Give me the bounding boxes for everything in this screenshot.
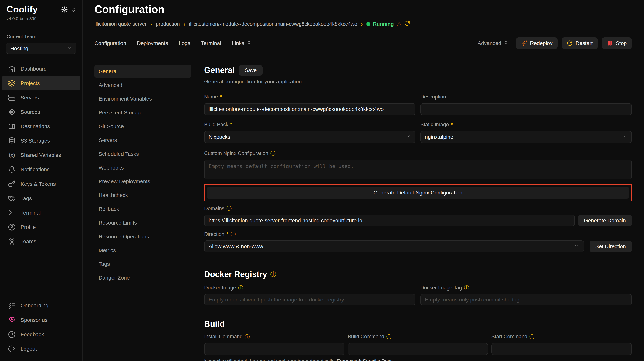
breadcrumb-application[interactable]: illicitestonion/-module--decomposition:m…: [189, 21, 357, 27]
subnav-item-resource-limits[interactable]: Resource Limits: [94, 216, 191, 229]
subnav-item-webhooks[interactable]: Webhooks: [94, 161, 191, 174]
tab-deployments[interactable]: Deployments: [137, 40, 168, 46]
layers-icon: [8, 80, 16, 87]
restart-icon: [566, 40, 573, 46]
subnav-item-preview-deployments[interactable]: Preview Deployments: [94, 175, 191, 188]
save-button[interactable]: Save: [239, 65, 262, 76]
redeploy-label: Redeploy: [530, 40, 552, 46]
subnav-item-environment-variables[interactable]: Environment Variables: [94, 92, 191, 105]
sidebar-item-label: S3 Storages: [20, 138, 50, 144]
generate-nginx-config-button[interactable]: Generate Default Nginx Configuration: [207, 187, 629, 199]
build-pack-select[interactable]: Nixpacks: [204, 131, 416, 143]
info-icon: ⓘ: [245, 334, 250, 339]
start-command-input[interactable]: [492, 343, 632, 355]
domains-label: Domainsⓘ: [204, 205, 632, 211]
config-subnav: General Advanced Environment Variables P…: [94, 65, 191, 361]
info-icon: ⓘ: [226, 206, 232, 211]
sidebar-item-sponsor-us[interactable]: Sponsor us: [2, 313, 81, 327]
breadcrumb-environment[interactable]: production: [156, 21, 180, 27]
required-asterisk: *: [226, 231, 228, 237]
breadcrumb-project[interactable]: illicitonion quote server: [94, 21, 146, 27]
sidebar-item-servers[interactable]: Servers: [2, 90, 81, 105]
chevrons-up-down-icon[interactable]: [71, 7, 76, 14]
logout-icon: [8, 345, 16, 352]
sidebar-item-label: Profile: [20, 224, 36, 230]
sidebar-item-label: Dashboard: [20, 66, 47, 72]
refresh-icon[interactable]: [404, 21, 410, 28]
general-form: General Save General configuration for y…: [204, 65, 632, 361]
subnav-item-tags[interactable]: Tags: [94, 258, 191, 270]
docker-image-tag-label: Docker Image Tagⓘ: [420, 285, 632, 291]
subnav-item-general[interactable]: General: [94, 65, 191, 78]
sidebar-item-sources[interactable]: Sources: [2, 105, 81, 119]
static-image-select[interactable]: nginx:alpine: [420, 131, 632, 143]
theme-sun-icon[interactable]: [61, 6, 68, 14]
restart-button[interactable]: Restart: [562, 38, 598, 49]
sidebar-item-destinations[interactable]: Destinations: [2, 119, 81, 134]
sidebar-item-projects[interactable]: Projects: [2, 76, 81, 90]
tab-configuration[interactable]: Configuration: [94, 40, 126, 46]
sidebar-item-feedback[interactable]: Feedback: [2, 327, 81, 341]
custom-nginx-textarea[interactable]: [204, 160, 632, 179]
heart-icon: [8, 316, 16, 323]
redeploy-button[interactable]: Redeploy: [516, 38, 557, 49]
tab-label: Terminal: [201, 40, 221, 46]
sidebar-item-terminal[interactable]: Terminal: [2, 205, 81, 220]
subnav-item-healthcheck[interactable]: Healthcheck: [94, 189, 191, 201]
direction-select[interactable]: Allow www & non-www.: [204, 240, 584, 252]
sidebar-item-profile[interactable]: Profile: [2, 220, 81, 234]
install-command-input[interactable]: [204, 343, 344, 355]
name-input[interactable]: [204, 103, 416, 115]
set-direction-button[interactable]: Set Direction: [590, 241, 632, 252]
stop-button[interactable]: Stop: [602, 38, 632, 49]
sidebar-item-notifications[interactable]: Notifications: [2, 162, 81, 177]
sidebar-item-label: Shared Variables: [20, 152, 61, 158]
tag-icon: [8, 195, 16, 202]
tab-links[interactable]: Links: [232, 40, 252, 47]
docker-image-tag-input[interactable]: [420, 294, 632, 306]
docker-image-input[interactable]: [204, 294, 416, 306]
subnav-item-persistent-storage[interactable]: Persistent Storage: [94, 106, 191, 119]
description-input[interactable]: [420, 103, 632, 115]
domains-input[interactable]: [204, 215, 575, 226]
build-command-input[interactable]: [348, 343, 488, 355]
terminal-icon: [8, 209, 16, 216]
subnav-item-rollback[interactable]: Rollback: [94, 203, 191, 215]
subnav-item-metrics[interactable]: Metrics: [94, 244, 191, 256]
docker-image-label: Docker Imageⓘ: [204, 285, 416, 291]
subnav-item-git-source[interactable]: Git Source: [94, 120, 191, 133]
tab-logs[interactable]: Logs: [179, 40, 190, 46]
generate-domain-button[interactable]: Generate Domain: [578, 215, 632, 226]
sidebar-item-onboarding[interactable]: Onboarding: [2, 298, 81, 313]
sidebar-item-label: Logout: [20, 346, 37, 352]
status-dot-icon: [366, 22, 370, 26]
variable-icon: (x): [8, 152, 16, 158]
sidebar-item-logout[interactable]: Logout: [2, 341, 81, 356]
subnav-item-scheduled-tasks[interactable]: Scheduled Tasks: [94, 148, 191, 160]
status-text[interactable]: Running: [373, 21, 394, 27]
sidebar-item-label: Sponsor us: [20, 317, 48, 323]
team-select[interactable]: Hosting: [6, 43, 76, 54]
required-asterisk: *: [451, 122, 453, 128]
advanced-menu[interactable]: Advanced: [478, 40, 509, 47]
sidebar-item-tags[interactable]: Tags: [2, 191, 81, 205]
sidebar-item-keys-tokens[interactable]: Keys & Tokens: [2, 177, 81, 191]
static-image-label: Static Image*: [420, 122, 632, 128]
subnav-item-advanced[interactable]: Advanced: [94, 79, 191, 91]
app-version: v4.0.0-beta.399: [0, 15, 82, 21]
sidebar-item-shared-variables[interactable]: (x) Shared Variables: [2, 148, 81, 162]
info-icon: ⓘ: [270, 271, 276, 277]
git-source-icon: [8, 108, 16, 116]
sidebar-item-s3-storages[interactable]: S3 Storages: [2, 134, 81, 148]
sidebar-item-dashboard[interactable]: Dashboard: [2, 62, 81, 76]
rocket-icon: [521, 40, 527, 46]
subnav-item-servers[interactable]: Servers: [94, 134, 191, 147]
bell-icon: [8, 166, 16, 173]
subnav-item-resource-operations[interactable]: Resource Operations: [94, 230, 191, 243]
subnav-item-danger-zone[interactable]: Danger Zone: [94, 271, 191, 284]
sidebar-item-label: Teams: [20, 238, 36, 245]
build-pack-label: Build Pack*: [204, 122, 416, 128]
framework-docs-link[interactable]: Framework Specific Docs: [337, 358, 393, 361]
sidebar-item-teams[interactable]: Teams: [2, 234, 81, 248]
tab-terminal[interactable]: Terminal: [201, 40, 221, 46]
